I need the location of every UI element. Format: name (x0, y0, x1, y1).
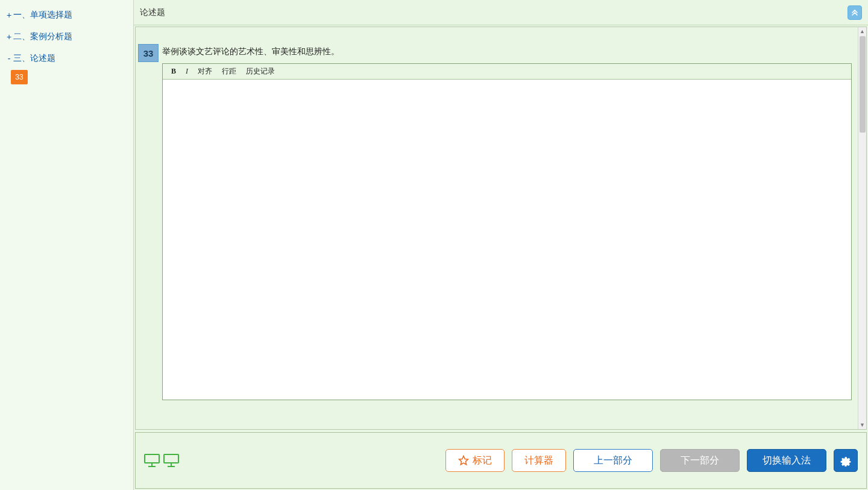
scroll-up-arrow-icon[interactable]: ▲ (858, 27, 866, 36)
svg-rect-3 (164, 454, 178, 463)
switch-ime-button[interactable]: 切换输入法 (747, 449, 826, 472)
section-titlebar: 论述题 (134, 0, 868, 25)
expand-icon: + (5, 10, 13, 20)
calculator-button[interactable]: 计算器 (512, 449, 566, 472)
settings-button[interactable] (834, 449, 858, 472)
footer-actions: 标记 计算器 上一部分 下一部分 切换输入法 (445, 449, 858, 472)
sidebar: + 一、单项选择题 + 二、案例分析题 - 三、论述题 33 (0, 0, 134, 490)
bold-button[interactable]: B (169, 66, 178, 77)
answer-editor: B I 对齐 行距 历史记录 (162, 63, 852, 400)
footer: 标记 计算器 上一部分 下一部分 切换输入法 (135, 432, 867, 489)
nav-section-2[interactable]: + 二、案例分析题 (2, 28, 131, 46)
next-section-button: 下一部分 (660, 449, 740, 472)
section-title: 论述题 (140, 7, 165, 18)
gear-icon (840, 454, 852, 466)
align-button[interactable]: 对齐 (195, 66, 215, 77)
expand-icon: + (5, 32, 13, 42)
nav-section-1[interactable]: + 一、单项选择题 (2, 6, 131, 24)
prev-section-label: 上一部分 (594, 454, 632, 467)
question: 33 举例谈谈文艺评论的艺术性、审美性和思辨性。 B I 对齐 行距 历史记录 (138, 44, 852, 400)
monitor-icon (144, 454, 160, 467)
switch-ime-label: 切换输入法 (763, 454, 811, 467)
editor-toolbar: B I 对齐 行距 历史记录 (163, 64, 851, 80)
answer-textarea[interactable] (163, 80, 851, 398)
scroll-down-arrow-icon[interactable]: ▼ (858, 421, 866, 429)
main: 论述题 33 举例谈谈文艺评论的艺术性、审美性和思辨性。 B I 对齐 (134, 0, 868, 490)
question-text: 举例谈谈文艺评论的艺术性、审美性和思辨性。 (162, 44, 852, 57)
nav-section-3[interactable]: - 三、论述题 (2, 49, 131, 68)
svg-rect-0 (145, 454, 159, 463)
content-scroll[interactable]: 33 举例谈谈文艺评论的艺术性、审美性和思辨性。 B I 对齐 行距 历史记录 (136, 27, 858, 429)
mark-button-label: 标记 (473, 454, 492, 467)
scroll-top-button[interactable] (848, 5, 862, 20)
question-tile-33[interactable]: 33 (11, 70, 28, 84)
vertical-scrollbar[interactable]: ▲ ▼ (858, 27, 866, 429)
question-tiles: 33 (2, 68, 131, 84)
calculator-button-label: 计算器 (524, 454, 553, 467)
prev-section-button[interactable]: 上一部分 (573, 449, 653, 472)
nav-section-label: 二、案例分析题 (13, 31, 72, 42)
italic-button[interactable]: I (183, 66, 190, 77)
collapse-icon: - (5, 54, 13, 63)
line-spacing-button[interactable]: 行距 (219, 66, 239, 77)
nav-section-label: 三、论述题 (13, 53, 55, 64)
scroll-thumb[interactable] (860, 36, 866, 133)
question-number-badge: 33 (138, 44, 159, 62)
content-area: 33 举例谈谈文艺评论的艺术性、审美性和思辨性。 B I 对齐 行距 历史记录 (135, 27, 867, 430)
history-button[interactable]: 历史记录 (244, 66, 277, 77)
star-icon (458, 455, 469, 466)
monitor-icon (163, 454, 179, 467)
nav-section-label: 一、单项选择题 (13, 10, 72, 20)
chevron-double-up-icon (851, 9, 858, 16)
mark-button[interactable]: 标记 (445, 449, 505, 472)
network-status (144, 454, 179, 467)
next-section-label: 下一部分 (681, 454, 719, 467)
